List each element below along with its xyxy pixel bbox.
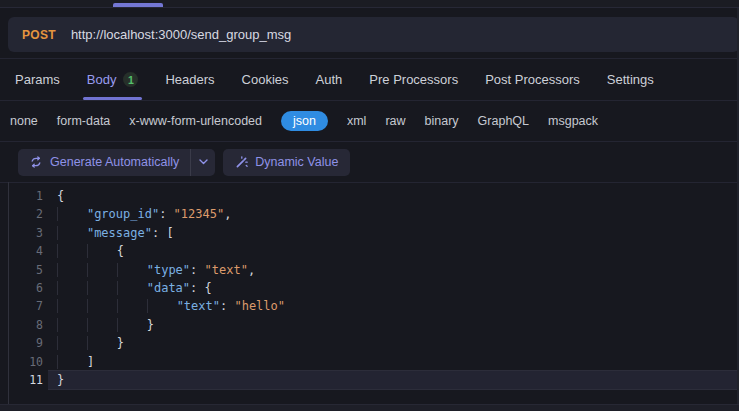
tab-post-processors[interactable]: Post Processors: [485, 59, 580, 100]
generate-automatically-label: Generate Automatically: [50, 155, 179, 169]
code-token: :: [190, 263, 204, 277]
code-line[interactable]: 7 "text": "hello": [0, 297, 739, 315]
code-token: ,: [224, 207, 231, 221]
code-token: ,: [248, 263, 255, 277]
indent-guide: [87, 244, 117, 258]
code-token: "group_id": [87, 207, 159, 221]
code-line[interactable]: 8 }: [0, 316, 739, 334]
line-number: 10: [0, 353, 43, 371]
code-content: {: [43, 242, 124, 260]
dynamic-value-button[interactable]: Dynamic Value: [223, 149, 350, 176]
url-input[interactable]: http://localhost:3000/send_group_msg: [71, 27, 291, 42]
active-tab-underline: [83, 97, 143, 100]
tab-label: Cookies: [242, 72, 289, 87]
tab-label: Params: [15, 72, 60, 87]
code-token: "type": [147, 263, 190, 277]
code-token: "hello": [234, 299, 285, 313]
code-content: }: [43, 334, 124, 352]
code-token: "12345": [174, 207, 225, 221]
indent-guide: [117, 263, 147, 277]
line-number: 1: [0, 187, 43, 205]
tab-label: Headers: [165, 72, 214, 87]
body-type-form-data[interactable]: form-data: [57, 114, 111, 128]
code-token: "message": [87, 226, 152, 240]
code-line[interactable]: 2 "group_id": "12345",: [0, 205, 739, 223]
body-type-none[interactable]: none: [10, 114, 38, 128]
generate-options-dropdown[interactable]: [191, 149, 215, 176]
code-token: }: [57, 373, 64, 387]
line-number: 8: [0, 316, 43, 334]
indent-guide: [57, 336, 87, 350]
code-token: {: [117, 244, 124, 258]
tab-auth[interactable]: Auth: [316, 59, 343, 100]
tab-body[interactable]: Body1: [87, 59, 139, 100]
regenerate-icon: [29, 155, 43, 169]
code-token: :: [159, 207, 173, 221]
code-content: "message": [: [43, 224, 174, 242]
code-line[interactable]: 1{: [0, 187, 739, 205]
generate-automatically-split-button: Generate Automatically: [18, 149, 215, 176]
tab-label: Settings: [607, 72, 654, 87]
tab-headers[interactable]: Headers: [165, 59, 214, 100]
code-line[interactable]: 3 "message": [: [0, 224, 739, 242]
dynamic-value-label: Dynamic Value: [255, 155, 338, 169]
indent-guide: [117, 299, 147, 313]
active-request-tab-indicator: [113, 3, 163, 7]
body-type-msgpack[interactable]: msgpack: [548, 114, 598, 128]
line-number: 2: [0, 205, 43, 223]
request-config-tabs: ParamsBody1HeadersCookiesAuthPre Process…: [0, 59, 739, 101]
line-number: 11: [0, 371, 43, 389]
code-line[interactable]: 11}: [0, 371, 739, 389]
line-number: 3: [0, 224, 43, 242]
indent-guide: [87, 263, 117, 277]
code-line[interactable]: 4 {: [0, 242, 739, 260]
indent-guide: [57, 263, 87, 277]
tab-label: Pre Processors: [369, 72, 458, 87]
body-type-x-www-form-urlencoded[interactable]: x-www-form-urlencoded: [129, 114, 262, 128]
magic-wand-icon: [235, 156, 248, 169]
indent-guide: [87, 336, 117, 350]
tab-cookies[interactable]: Cookies: [242, 59, 289, 100]
method-selector[interactable]: POST: [22, 28, 56, 42]
code-line[interactable]: 10 ]: [0, 353, 739, 371]
body-type-graphql[interactable]: GraphQL: [478, 114, 529, 128]
body-type-raw[interactable]: raw: [385, 114, 405, 128]
code-token: }: [147, 318, 154, 332]
code-content: "text": "hello": [43, 297, 285, 315]
body-type-json[interactable]: json: [281, 111, 328, 131]
tab-label: Body: [87, 72, 117, 87]
tab-params[interactable]: Params: [15, 59, 60, 100]
tab-pre-processors[interactable]: Pre Processors: [369, 59, 458, 100]
generate-automatically-button[interactable]: Generate Automatically: [18, 149, 190, 176]
line-number: 4: [0, 242, 43, 260]
line-number: 9: [0, 334, 43, 352]
code-token: : [: [152, 226, 174, 240]
code-content: "type": "text",: [43, 261, 255, 279]
indent-guide: [117, 318, 147, 332]
editor-toolbar: Generate Automatically: [0, 142, 739, 183]
code-line[interactable]: 9 }: [0, 334, 739, 352]
line-number: 5: [0, 261, 43, 279]
url-bar[interactable]: POST http://localhost:3000/send_group_ms…: [8, 17, 739, 52]
bottom-panel-edge: [0, 404, 739, 411]
code-content: }: [43, 371, 64, 389]
code-content: }: [43, 316, 154, 334]
indent-guide: [57, 318, 87, 332]
code-token: ]: [87, 355, 94, 369]
url-row: POST http://localhost:3000/send_group_ms…: [0, 8, 739, 59]
code-token: : {: [190, 281, 212, 295]
indent-guide: [147, 299, 177, 313]
body-type-xml[interactable]: xml: [347, 114, 366, 128]
code-content: ]: [43, 353, 94, 371]
chevron-down-icon: [199, 159, 208, 165]
json-body-editor[interactable]: 1{2 "group_id": "12345",3 "message": [4 …: [0, 183, 739, 410]
tab-label: Post Processors: [485, 72, 580, 87]
code-line[interactable]: 5 "type": "text",: [0, 261, 739, 279]
request-tabs-strip: [0, 0, 739, 8]
tab-settings[interactable]: Settings: [607, 59, 654, 100]
indent-guide: [57, 281, 87, 295]
indent-guide: [57, 226, 87, 240]
indent-guide: [87, 318, 117, 332]
code-line[interactable]: 6 "data": {: [0, 279, 739, 297]
body-type-binary[interactable]: binary: [425, 114, 459, 128]
